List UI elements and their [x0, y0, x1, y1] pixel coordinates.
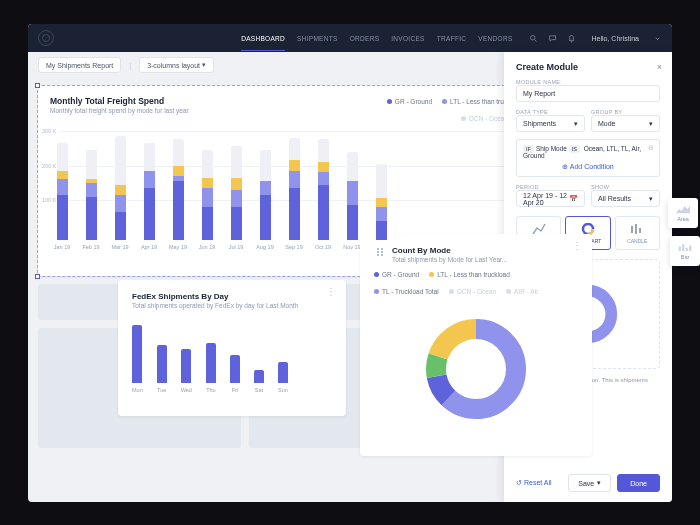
show-select[interactable]: All Results▾: [591, 190, 660, 207]
period-select[interactable]: 12 Apr 19 - 12 Apr 20📅: [516, 190, 585, 207]
group-by-select[interactable]: Mode▾: [591, 115, 660, 132]
panel-title: Create Module: [516, 62, 660, 72]
done-button[interactable]: Done: [617, 474, 660, 492]
svg-point-11: [378, 255, 379, 256]
chart-title: Monthly Total Freight Spend: [50, 96, 189, 106]
svg-rect-20: [682, 244, 684, 251]
chart-subtitle: Monthly total freight spend by mode for …: [50, 107, 189, 114]
chart-bars: 100 K200 K300 K Jan 19Feb 19Mar 19Apr 19…: [52, 132, 580, 250]
svg-point-13: [382, 252, 383, 253]
bell-icon[interactable]: [567, 34, 576, 43]
nav-dashboard[interactable]: DASHBOARD: [241, 35, 285, 51]
close-icon[interactable]: ×: [657, 62, 662, 72]
more-icon[interactable]: ⋮: [326, 290, 336, 294]
fedex-card[interactable]: ⋮ FedEx Shipments By Day Total shipments…: [118, 280, 346, 416]
pie-legend: GR - GroundLTL - Less than truckloadTL -…: [374, 271, 578, 295]
svg-rect-22: [689, 246, 691, 252]
report-name-pill[interactable]: My Shipments Report: [38, 57, 121, 73]
svg-rect-3: [631, 226, 633, 233]
save-button[interactable]: Save ▾: [568, 474, 611, 492]
nav-orders[interactable]: ORDERS: [350, 35, 380, 42]
nav-vendors[interactable]: VENDORS: [478, 35, 512, 42]
nav-shipments[interactable]: SHIPMENTS: [297, 35, 338, 42]
svg-point-14: [382, 255, 383, 256]
user-greeting[interactable]: Hello, Christina: [592, 35, 639, 42]
nav-traffic[interactable]: TRAFFIC: [437, 35, 467, 42]
chat-icon[interactable]: [548, 34, 557, 43]
layout-select[interactable]: 3-columns layout ▾: [139, 57, 214, 73]
more-icon[interactable]: ⋮: [572, 244, 582, 248]
svg-point-12: [382, 249, 383, 250]
condition-row[interactable]: IFShip Mode IS Ocean, LTL, TL, Air, Grou…: [516, 139, 660, 177]
svg-point-0: [530, 35, 535, 40]
svg-rect-19: [679, 246, 681, 251]
chart-type-candle[interactable]: CANDLE: [615, 216, 660, 250]
fedex-bars: MonTueWedThuFriSatSun: [132, 319, 332, 393]
primary-nav: DASHBOARDSHIPMENTSORDERSINVOICESTRAFFICV…: [235, 35, 518, 42]
count-by-mode-card[interactable]: ⋮ Count By Mode Total shipments by Mode …: [360, 234, 592, 456]
nav-invoices[interactable]: INVOICES: [391, 35, 424, 42]
donut-chart: [416, 309, 536, 429]
svg-point-9: [378, 249, 379, 250]
add-condition-link[interactable]: ⊕ Add Condition: [523, 163, 653, 171]
search-icon[interactable]: [529, 34, 538, 43]
drag-icon[interactable]: [374, 246, 386, 258]
svg-rect-4: [635, 224, 637, 234]
reset-all-link[interactable]: ↺ Reset All: [516, 479, 552, 487]
topbar: DASHBOARDSHIPMENTSORDERSINVOICESTRAFFICV…: [28, 24, 672, 52]
module-name-input[interactable]: My Report: [516, 85, 660, 102]
svg-point-10: [378, 252, 379, 253]
svg-rect-21: [686, 248, 688, 252]
chart-type-area[interactable]: Area: [668, 198, 698, 228]
logo-icon: [38, 30, 54, 46]
data-type-select[interactable]: Shipments▾: [516, 115, 585, 132]
topbar-icons: Hello, Christina: [529, 34, 662, 43]
chevron-down-icon[interactable]: [653, 34, 662, 43]
svg-rect-5: [639, 228, 641, 233]
chart-type-bar[interactable]: Bar: [670, 236, 700, 266]
